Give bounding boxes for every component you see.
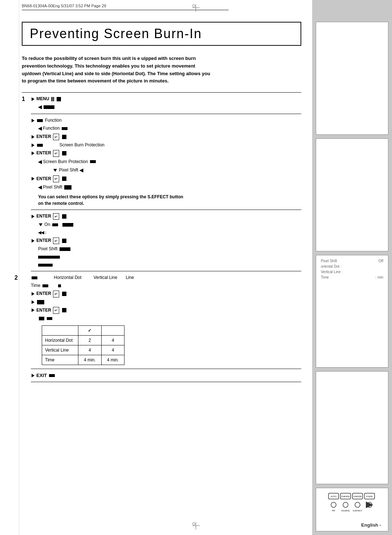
- sidebar-panel-1: [316, 22, 388, 135]
- step1-row5: Screen Burn Protection: [31, 142, 301, 148]
- cell-hdot-label: Horizontal Dot: [42, 335, 78, 345]
- black-wide-2: [62, 223, 73, 227]
- step1-enter4: ENTER ↵: [31, 213, 301, 220]
- exit-row: EXIT: [31, 372, 301, 379]
- enter-box-4: ↵: [53, 213, 59, 220]
- step2-enter2: ENTER ↵: [31, 307, 301, 314]
- black-sq-6: [62, 239, 66, 243]
- step2-row4: [31, 315, 301, 322]
- bottom-crosshair: [192, 522, 200, 530]
- sbp-label: Screen Burn Protection: [60, 142, 105, 147]
- enter-label-3: ENTER: [36, 176, 51, 181]
- black-sq-3: [62, 151, 66, 155]
- left-border: [19, 0, 20, 535]
- black-r-7: [32, 276, 37, 279]
- black-bar-3: [39, 317, 44, 320]
- step1-enter1: ENTER ↵: [31, 133, 301, 140]
- exit-label: EXIT: [36, 373, 47, 378]
- step2-row3: [31, 299, 301, 305]
- page-meta-text: BN68-01304A-00Eng 5/31/07 3:52 PM Page 2…: [22, 4, 106, 8]
- black-r-9: [37, 300, 44, 304]
- sidebar-panel-4: [316, 371, 388, 484]
- sbp-label-2: Screen Burn Protection: [43, 159, 88, 164]
- sidebar-item-label-4: Time: [321, 275, 329, 279]
- btn-pmode: P.MODE: [342, 495, 350, 498]
- bottom-bar: English -: [361, 522, 381, 528]
- enter-box-7: ↵: [53, 307, 59, 314]
- black-sq-4: [62, 177, 66, 181]
- btn-psize: P.SIZE: [366, 495, 373, 498]
- cell-vline-v2: 4: [101, 345, 124, 355]
- arrow-right-icon: [32, 97, 34, 101]
- sidebar-menu-item-4: Time : min: [319, 275, 385, 280]
- cell-hdot-v2: 4: [101, 335, 124, 345]
- col-header-0: [42, 325, 78, 335]
- table-row: Horizontal Dot 2 4: [42, 335, 124, 345]
- menu-grid-icon: [51, 97, 54, 101]
- black-r-4: [90, 160, 96, 163]
- enter-label-1: ENTER: [36, 134, 51, 139]
- table-header-row: ✓: [42, 325, 124, 335]
- arrow-r-6: [32, 177, 34, 181]
- step1-on-row: On: [31, 221, 301, 228]
- svg-point-5: [343, 502, 348, 507]
- black-r-10: [49, 374, 55, 377]
- function-label: Function: [45, 118, 62, 123]
- step1-enter3: ENTER ↵: [31, 175, 301, 182]
- black-r-1: [37, 119, 43, 122]
- btn-seffect-label: S.EFFECT: [353, 510, 363, 512]
- arrow-r-9: [32, 292, 34, 296]
- cell-time-v2: 4 min.: [101, 355, 124, 365]
- step1-row8: ◀ Pixel Shift: [31, 184, 301, 191]
- enter-box-2: ↵: [53, 150, 59, 157]
- steps-area: 1 MENU ◀: [22, 96, 301, 382]
- sidebar-menu-item-1: Pixel Shift Off: [319, 258, 385, 264]
- step-number-1: 1: [22, 95, 29, 104]
- divider-4: [31, 271, 301, 271]
- cell-vline-label: Vertical Line: [42, 345, 78, 355]
- page-container: BN68-01304A-00Eng 5/31/07 3:52 PM Page 2…: [0, 0, 392, 535]
- enter-box-3: ↵: [53, 175, 59, 182]
- divider-5: [31, 369, 301, 369]
- black-bar-4: [47, 317, 52, 320]
- black-sq-1: [57, 97, 61, 101]
- pixel-shift-table: ✓ Horizontal Dot 2 4 Vertical Line 4: [42, 325, 124, 365]
- sidebar-panel-2: [316, 138, 388, 251]
- step1-row3: Function: [31, 117, 301, 123]
- arrow-r-10: [32, 300, 34, 304]
- sidebar-menu-item-2: oriental Dot :: [319, 264, 385, 269]
- enter-box-1: ↵: [53, 134, 59, 141]
- enter-label-7: ENTER: [36, 308, 51, 313]
- sidebar-panel-3: Pixel Shift Off oriental Dot : Vertical …: [316, 255, 388, 368]
- step2-enter1: ENTER ↵: [31, 290, 301, 297]
- black-r-5: [64, 185, 72, 190]
- x-icon-1: ◀: [38, 104, 42, 111]
- step1-row7: Pixel Shift ◀: [31, 167, 301, 174]
- step1-pixel-shift-set: Pixel Shift: [31, 246, 301, 252]
- black-r-3: [37, 144, 43, 147]
- black-wide-1: [44, 105, 54, 109]
- divider-2: [31, 114, 301, 114]
- cell-time-label: Time: [42, 355, 78, 365]
- english-label: English -: [361, 522, 381, 528]
- step1-back-row: ◀◀ :: [31, 229, 301, 236]
- black-sq-2: [62, 135, 66, 139]
- step2-row1: Horizontal Dot Vertical Line Line: [31, 274, 301, 281]
- pixel-shift-label-1: Pixel Shift: [59, 167, 78, 173]
- arrow-r-11: [32, 308, 34, 312]
- col-header-1: ✓: [78, 325, 102, 335]
- step2-row2: Time: [31, 282, 301, 289]
- black-sq-5: [62, 214, 66, 219]
- step1-row1: MENU: [31, 96, 301, 102]
- intro-text: To reduce the possibility of screen burn…: [22, 55, 211, 85]
- sidebar-item-label-3: Vertical Line :: [321, 270, 343, 274]
- arrow-r-2: [32, 119, 34, 122]
- step-2-block: 2 Horizontal Dot Vertical Line Line Time: [22, 274, 301, 382]
- step1-enter5: ENTER ↵: [31, 237, 301, 244]
- x-icon-2: ◀: [38, 125, 42, 132]
- arrow-r-5: [32, 151, 34, 155]
- sidebar-menu-display: Pixel Shift Off oriental Dot : Vertical …: [319, 258, 385, 280]
- step1-row4: ◀ Function: [31, 125, 301, 132]
- vline-label: Vertical Line: [94, 275, 117, 280]
- step-1-block: 1 MENU ◀: [22, 96, 301, 271]
